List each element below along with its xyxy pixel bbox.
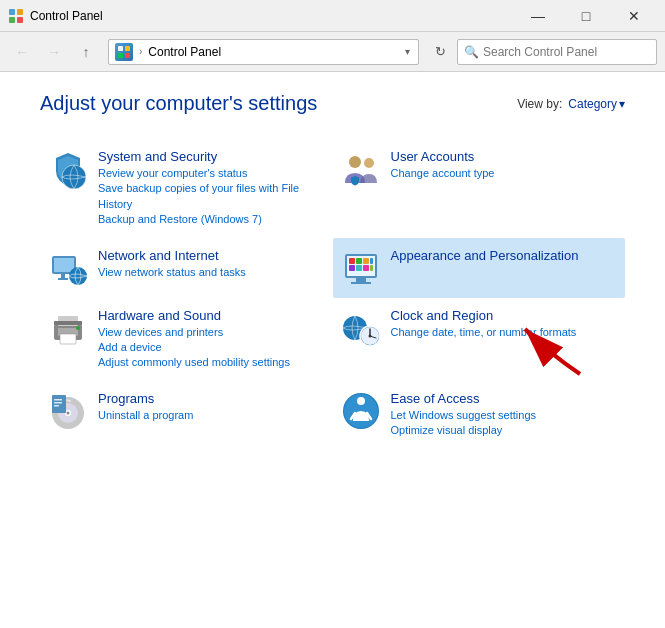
svg-rect-48 [54,402,62,404]
svg-rect-6 [118,53,123,58]
svg-rect-13 [54,258,74,272]
address-chevron-icon: › [139,46,142,57]
svg-rect-23 [349,265,355,271]
ease-of-access-sub2: Optimize visual display [391,423,618,438]
address-bar[interactable]: › Control Panel ▾ [108,39,419,65]
appearance-text: Appearance and Personalization [391,248,618,265]
hardware-sound-sub3: Adjust commonly used mobility settings [98,355,325,370]
network-internet-icon [48,248,88,288]
svg-point-11 [364,158,374,168]
search-icon: 🔍 [464,45,479,59]
svg-rect-0 [9,9,15,15]
category-appearance[interactable]: Appearance and Personalization [333,238,626,298]
minimize-button[interactable]: — [515,0,561,32]
svg-point-10 [349,156,361,168]
system-security-icon [48,149,88,189]
svg-rect-26 [370,265,373,271]
svg-rect-25 [363,265,369,271]
svg-rect-27 [356,278,366,282]
content-wrapper: System and Security Review your computer… [40,139,625,449]
system-security-sub3: Backup and Restore (Windows 7) [98,212,325,227]
svg-rect-32 [60,334,76,344]
forward-icon: → [47,44,61,60]
svg-rect-22 [370,258,373,264]
forward-button[interactable]: → [40,38,68,66]
user-accounts-text: User Accounts Change account type [391,149,618,181]
nav-bar: ← → ↑ › Control Panel ▾ ↻ 🔍 [0,32,665,72]
category-user-accounts[interactable]: User Accounts Change account type [333,139,626,238]
appearance-icon [341,248,381,288]
svg-rect-7 [125,53,130,58]
svg-rect-34 [54,321,82,325]
clock-region-icon [341,308,381,348]
main-content: Adjust your computer's settings View by:… [0,72,665,628]
hardware-sound-text: Hardware and Sound View devices and prin… [98,308,325,371]
programs-title: Programs [98,391,325,406]
view-by-label: View by: [517,97,562,111]
svg-rect-5 [125,46,130,51]
svg-point-52 [357,397,365,405]
title-bar-controls: — □ ✕ [515,0,657,32]
network-internet-title: Network and Internet [98,248,325,263]
system-security-text: System and Security Review your computer… [98,149,325,228]
maximize-button[interactable]: □ [563,0,609,32]
page-title: Adjust your computer's settings [40,92,317,115]
svg-rect-24 [356,265,362,271]
close-button[interactable]: ✕ [611,0,657,32]
user-accounts-icon [341,149,381,189]
svg-rect-28 [351,282,371,284]
up-icon: ↑ [83,44,90,60]
address-text: Control Panel [148,45,397,59]
user-accounts-sub1: Change account type [391,166,618,181]
svg-rect-15 [58,278,68,280]
hardware-sound-icon [48,308,88,348]
category-system-security[interactable]: System and Security Review your computer… [40,139,333,238]
svg-rect-2 [9,17,15,23]
main-header: Adjust your computer's settings View by:… [40,92,625,115]
svg-rect-46 [52,395,66,413]
up-button[interactable]: ↑ [72,38,100,66]
svg-rect-19 [349,258,355,264]
search-input[interactable] [483,45,650,59]
svg-rect-49 [54,405,59,407]
network-internet-sub1: View network status and tasks [98,265,325,280]
ease-of-access-title: Ease of Access [391,391,618,406]
svg-rect-3 [17,17,23,23]
view-by-control: View by: Category ▾ [517,97,625,111]
category-clock-region[interactable]: Clock and Region Change date, time, or n… [333,298,626,381]
system-security-sub2: Save backup copies of your files with Fi… [98,181,325,212]
svg-rect-4 [118,46,123,51]
ease-of-access-text: Ease of Access Let Windows suggest setti… [391,391,618,439]
svg-point-16 [69,267,87,285]
category-network-internet[interactable]: Network and Internet View network status… [40,238,333,298]
back-icon: ← [15,44,29,60]
user-accounts-title: User Accounts [391,149,618,164]
network-internet-text: Network and Internet View network status… [98,248,325,280]
address-dropdown-icon[interactable]: ▾ [403,44,412,59]
system-security-sub1: Review your computer's status [98,166,325,181]
ease-of-access-icon [341,391,381,431]
back-button[interactable]: ← [8,38,36,66]
svg-rect-1 [17,9,23,15]
search-bar[interactable]: 🔍 [457,39,657,65]
system-security-title: System and Security [98,149,325,164]
hardware-sound-title: Hardware and Sound [98,308,325,323]
appearance-title: Appearance and Personalization [391,248,618,263]
hardware-sound-sub1: View devices and printers [98,325,325,340]
svg-rect-20 [356,258,362,264]
app-icon [8,8,24,24]
refresh-button[interactable]: ↻ [427,39,453,65]
view-by-text: Category [568,97,617,111]
title-bar-left: Control Panel [8,8,103,24]
title-bar: Control Panel — □ ✕ [0,0,665,32]
category-hardware-sound[interactable]: Hardware and Sound View devices and prin… [40,298,333,381]
view-by-value[interactable]: Category ▾ [568,97,625,111]
category-programs[interactable]: Programs Uninstall a program [40,381,333,449]
category-ease-of-access[interactable]: Ease of Access Let Windows suggest setti… [333,381,626,449]
clock-region-text: Clock and Region Change date, time, or n… [391,308,618,340]
svg-rect-14 [61,274,65,278]
svg-point-45 [67,411,70,414]
programs-sub1: Uninstall a program [98,408,325,423]
programs-icon [48,391,88,431]
svg-point-33 [76,326,80,330]
